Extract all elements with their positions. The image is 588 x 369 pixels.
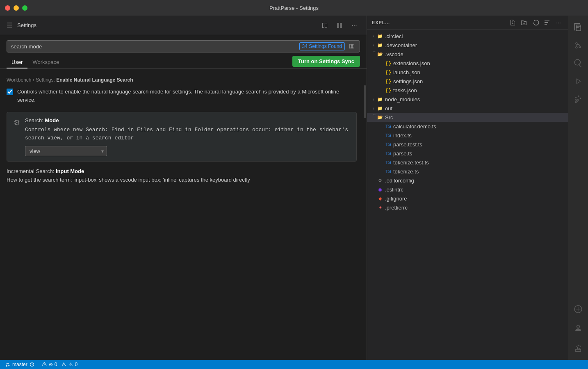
search-container: 34 Settings Found [7,40,360,52]
tree-item-calculator-demo[interactable]: TS calculator.demo.ts [367,122,568,131]
settings-title: Settings [17,22,36,28]
tree-item-src[interactable]: › 📂 Src [367,113,568,122]
tree-item-devcontainer[interactable]: › 📁 .devcontainer [367,41,568,50]
tree-item-parse-test[interactable]: TS parse.test.ts [367,140,568,149]
folder-open-icon: 📂 [377,114,383,121]
window-controls [5,5,27,11]
errors-item[interactable]: ⊗ 0 ⚠ 0 [40,362,79,367]
explorer-sidebar: EXPL... [367,16,568,360]
new-file-button[interactable] [508,18,517,27]
setting-mode-bold: Mode [45,117,59,123]
typescript-icon: TS [385,132,392,139]
app-container: ☰ Settings ··· [0,16,588,360]
activity-settings-icon[interactable] [570,340,586,357]
tree-item-index-ts[interactable]: TS index.ts [367,131,568,140]
scrollbar-thumb[interactable] [364,85,366,118]
activity-source-control-icon[interactable] [570,37,586,53]
settings-content: Workbench › Settings: Enable Natural Lan… [0,69,363,360]
setting-title-bold-1: Enable Natural Language Search [56,77,133,83]
tree-item-extensions-json[interactable]: { } extensions.json [367,59,568,68]
git-icon: ◆ [377,195,383,202]
search-input[interactable] [11,43,296,50]
setting-breadcrumb-1: Workbench › Settings: Enable Natural Lan… [7,77,357,83]
tab-workspace[interactable]: Workspace [27,57,64,68]
split-editor-button[interactable] [334,20,345,31]
explorer-more-button[interactable]: ··· [554,18,563,27]
chevron-right-icon: › [370,42,377,48]
svg-rect-0 [337,23,339,28]
search-mode-select-wrapper: view reuseEditor newEditor ▾ [25,146,107,156]
warnings-count: ⚠ [68,362,73,367]
activity-run-icon[interactable] [570,73,586,89]
typescript-icon: TS [385,141,392,148]
git-branch-item[interactable]: master [3,362,36,367]
json-icon: { } [385,78,392,84]
chevron-right-icon: › [370,105,377,112]
tree-item-tokenize-ts[interactable]: TS tokenize.ts [367,167,568,176]
json-icon: { } [385,87,392,93]
tree-item-eslintrc[interactable]: ◉ .eslintrc [367,185,568,194]
search-mode-select[interactable]: view reuseEditor newEditor [25,146,107,156]
tree-item-out[interactable]: › 📁 out [367,104,568,113]
explorer-header: EXPL... [367,16,568,30]
tree-item-parse-ts[interactable]: TS parse.ts [367,149,568,158]
settings-tabs: User Workspace Turn on Settings Sync [0,52,367,69]
folder-icon: 📁 [377,96,383,102]
new-folder-button[interactable] [519,18,529,27]
close-button[interactable] [5,5,10,11]
folder-icon: 📁 [377,105,383,112]
natural-language-checkbox[interactable] [7,89,13,95]
typescript-icon: TS [385,123,392,130]
more-actions-button[interactable]: ··· [349,20,360,31]
eslint-icon: ◉ [377,186,383,193]
sync-button[interactable]: Turn on Settings Sync [292,56,360,67]
settings-title-area: ☰ Settings [7,21,36,29]
right-activity-bar [568,16,588,360]
settings-panel-header: ☰ Settings ··· [0,16,367,35]
explorer-actions: ··· [508,18,563,27]
scrollbar-track [363,69,367,360]
window-title: PrattParse - Settings [269,5,319,11]
setting-item-1: Controls whether to enable the natural l… [7,86,357,105]
tree-item-tasks-json[interactable]: { } tasks.json [367,86,568,95]
setting-card-search-mode: ⚙ Search: Mode Controls where new Search… [7,112,357,162]
typescript-icon: TS [385,159,392,166]
maximize-button[interactable] [22,5,27,11]
setting-gear-icon: ⚙ [14,118,20,127]
setting-card-body: Search: Mode Controls where new Search: … [25,117,350,156]
collapse-all-button[interactable] [542,18,552,27]
search-results-badge: 34 Settings Found [299,42,345,50]
folder-open-icon: 📂 [377,51,383,57]
activity-copy-icon[interactable] [570,19,586,35]
minimize-button[interactable] [14,5,19,11]
tree-item-launch-json[interactable]: { } launch.json [367,68,568,77]
typescript-icon: TS [385,168,392,175]
explorer-tree: › 📁 .circleci › 📁 .devcontainer › 📂 .vsc… [367,30,568,360]
activity-extensions-icon[interactable] [570,91,586,107]
explorer-title: EXPL... [372,20,508,25]
tree-item-settings-json[interactable]: { } settings.json [367,77,568,86]
header-actions: ··· [319,20,360,31]
tree-item-vscode[interactable]: › 📂 .vscode [367,50,568,59]
open-to-side-button[interactable] [319,20,330,31]
activity-remote-icon[interactable] [570,301,586,317]
status-bar: master ⊗ 0 ⚠ 0 [0,360,588,369]
json-icon: { } [385,60,392,66]
typescript-icon: TS [385,150,392,157]
tree-item-editorconfig[interactable]: ⚙ .editorconfig [367,176,568,185]
activity-search-icon[interactable] [570,55,586,71]
tree-item-tokenize-test[interactable]: TS tokenize.test.ts [367,158,568,167]
tree-item-prettierrc[interactable]: ✦ .prettierrc [367,203,568,212]
incremental-title: Incremental Search: Input Mode [7,168,357,174]
tab-user[interactable]: User [7,57,27,68]
tree-item-node-modules[interactable]: › 📁 node_modules [367,95,568,104]
setting-group-incremental: Incremental Search: Input Mode How to ge… [7,168,357,184]
setting-card-desc: Controls where new Search: Find in Files… [25,126,350,142]
activity-account-icon[interactable] [570,321,586,337]
tree-item-circleci[interactable]: › 📁 .circleci [367,32,568,41]
tree-item-gitignore[interactable]: ◆ .gitignore [367,194,568,203]
refresh-button[interactable] [531,18,540,27]
titlebar: PrattParse - Settings [0,0,588,16]
clear-search-button[interactable] [348,43,356,50]
chevron-down-icon: › [370,114,377,121]
